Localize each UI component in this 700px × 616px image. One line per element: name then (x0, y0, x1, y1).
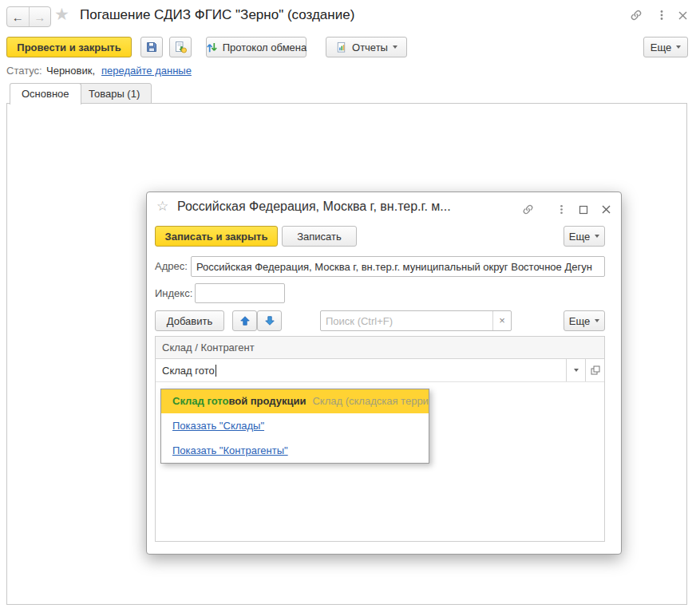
save-record-button[interactable]: Записать (282, 226, 357, 247)
save-button[interactable] (140, 37, 163, 57)
reports-label: Отчеты (352, 41, 388, 53)
show-warehouses-link[interactable]: Показать "Склады" (172, 420, 264, 432)
app-window: ← → ★ Погашение СДИЗ ФГИС "Зерно" (созда… (0, 0, 700, 616)
reports-icon (335, 41, 347, 53)
row-select-button[interactable] (566, 359, 585, 381)
suggest-item-warehouse[interactable]: Склад готовой продукцииСклад (складская … (161, 389, 429, 413)
save-record-label: Записать (297, 231, 342, 243)
show-contractors-link[interactable]: Показать "Контрагенты" (172, 444, 288, 456)
link-icon[interactable] (629, 8, 643, 22)
move-down-button[interactable] (257, 310, 282, 331)
table-column-header[interactable]: Склад / Контрагент (156, 337, 604, 359)
status-value: Черновик, (46, 65, 95, 77)
move-up-icon (239, 315, 251, 326)
suggest-rest-text: вой продукции (228, 395, 306, 407)
exchange-protocol-label: Протокол обмена (223, 41, 307, 53)
address-label: Адрес: (155, 256, 188, 277)
reports-button[interactable]: Отчеты (326, 37, 407, 57)
open-icon (591, 365, 600, 375)
dialog-more-button[interactable]: Еще (564, 226, 605, 247)
clear-search-icon[interactable]: × (492, 311, 511, 330)
post-document-button[interactable] (169, 37, 192, 57)
nav-history-group: ← → (6, 6, 51, 27)
favorite-star-outline-icon[interactable]: ☆ (156, 198, 168, 215)
edit-cell-text: Склад гото (162, 365, 215, 377)
add-label: Добавить (167, 315, 212, 327)
exchange-arrows-icon (206, 41, 218, 53)
menu-dots-icon[interactable] (554, 202, 568, 216)
menu-dots-icon[interactable] (655, 8, 669, 22)
status-label: Статус: (6, 65, 42, 77)
show-warehouses-item[interactable]: Показать "Склады" (161, 413, 429, 438)
more-label: Еще (651, 41, 671, 53)
search-box: × (320, 310, 512, 331)
maximize-icon[interactable] (576, 203, 591, 217)
tab-goods[interactable]: Товары (1) (77, 83, 152, 104)
address-input[interactable] (191, 256, 605, 277)
post-document-icon (174, 41, 187, 53)
link-icon[interactable] (520, 202, 535, 216)
address-dialog: ☆ Российская Федерация, Москва г, вн.тер… (146, 192, 622, 555)
close-icon[interactable] (675, 8, 690, 22)
suggest-match-text: Склад гото (172, 395, 228, 407)
forward-icon[interactable]: → (29, 7, 51, 26)
more-button[interactable]: Еще (643, 37, 688, 57)
dialog-title: Российская Федерация, Москва г, вн.тер.г… (177, 199, 451, 214)
close-icon[interactable] (599, 202, 613, 216)
postcode-label: Индекс: (155, 283, 192, 304)
list-more-label: Еще (569, 315, 590, 327)
chevron-down-icon (595, 319, 599, 322)
edit-cell[interactable]: Склад гото (156, 359, 566, 381)
page-title: Погашение СДИЗ ФГИС "Зерно" (создание) (80, 7, 354, 23)
save-and-close-label: Записать и закрыть (165, 231, 268, 243)
save-and-close-button[interactable]: Записать и закрыть (155, 226, 278, 247)
search-input[interactable] (321, 315, 492, 327)
show-contractors-item[interactable]: Показать "Контрагенты" (161, 438, 429, 463)
dialog-more-label: Еще (569, 231, 590, 243)
row-open-button[interactable] (585, 359, 604, 381)
select-arrow-icon (574, 369, 579, 372)
exchange-protocol-button[interactable]: Протокол обмена (206, 37, 306, 57)
add-button[interactable]: Добавить (155, 310, 224, 331)
move-up-button[interactable] (232, 310, 257, 331)
table-edit-row[interactable]: Склад гото (156, 359, 604, 382)
chevron-down-icon (393, 45, 397, 49)
list-more-button[interactable]: Еще (564, 310, 605, 331)
chevron-down-icon (676, 45, 681, 49)
text-caret (216, 365, 216, 377)
back-icon[interactable]: ← (7, 7, 29, 26)
chevron-down-icon (595, 235, 599, 238)
status-action-link[interactable]: передайте данные (101, 65, 192, 77)
post-and-close-label: Провести и закрыть (17, 41, 121, 53)
postcode-input[interactable] (195, 283, 285, 303)
favorite-star-icon[interactable]: ★ (54, 5, 69, 24)
suggest-type-hint: Склад (складская территория) (312, 395, 429, 407)
suggest-dropdown: Склад готовой продукцииСклад (складская … (160, 389, 429, 464)
tab-main[interactable]: Основное (10, 83, 81, 105)
move-down-icon (264, 315, 275, 326)
save-icon (145, 41, 158, 53)
post-and-close-button[interactable]: Провести и закрыть (6, 37, 132, 57)
